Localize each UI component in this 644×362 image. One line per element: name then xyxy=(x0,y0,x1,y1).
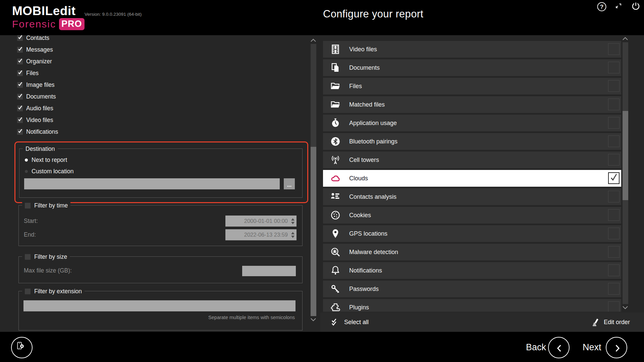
list-item[interactable]: Passwords xyxy=(323,281,621,297)
radio-unselected-icon[interactable] xyxy=(25,170,28,173)
back-label[interactable]: Back xyxy=(516,342,546,353)
filter-size-group: Filter by size Max file size (GB): xyxy=(18,256,303,283)
list-item[interactable]: Video files xyxy=(323,41,621,58)
film-icon xyxy=(330,44,341,55)
right-scrollbar-track[interactable] xyxy=(623,42,628,304)
category-label: Contacts xyxy=(26,35,49,42)
filter-size-checkbox[interactable] xyxy=(25,254,31,260)
checkbox-checked-icon[interactable] xyxy=(17,59,23,64)
back-button[interactable] xyxy=(548,337,570,358)
list-item[interactable]: Cookies xyxy=(323,207,621,224)
list-actions-bar: Select all Edit order xyxy=(320,312,644,332)
list-item[interactable]: Application usage xyxy=(323,115,621,131)
mobiledit-window: MOBILedit Forensic PRO Version: 9.0.0.23… xyxy=(0,0,644,362)
filter-extension-checkbox[interactable] xyxy=(25,289,31,294)
item-checkbox[interactable] xyxy=(608,99,620,110)
next-label[interactable]: Next xyxy=(583,342,601,353)
right-scrollbar[interactable] xyxy=(622,36,628,310)
category-item[interactable]: Documents xyxy=(17,91,58,103)
item-checkbox[interactable] xyxy=(608,246,620,258)
item-checkbox[interactable] xyxy=(608,154,620,166)
radio-custom-location[interactable]: Custom location xyxy=(25,167,73,176)
checkbox-checked-icon[interactable] xyxy=(17,106,23,111)
list-item[interactable]: GPS locations xyxy=(323,225,621,242)
list-item[interactable]: Files xyxy=(323,78,621,95)
checkbox-checked-icon[interactable] xyxy=(17,47,23,53)
list-item[interactable]: Documents xyxy=(323,59,621,76)
next-button[interactable] xyxy=(606,337,627,358)
category-list: ContactsMessagesOrganizerFilesImage file… xyxy=(17,35,58,138)
stopwatch-icon xyxy=(330,118,341,128)
item-checkbox[interactable] xyxy=(608,228,620,239)
item-checkbox[interactable] xyxy=(608,301,620,312)
start-datetime-input[interactable]: 2000-01-01 00:00 xyxy=(225,216,297,227)
spinner-arrows-icon[interactable] xyxy=(290,229,296,240)
list-item[interactable]: Malware detection xyxy=(323,244,621,260)
checkbox-checked-icon[interactable] xyxy=(17,82,23,88)
pro-badge: PRO xyxy=(59,18,85,30)
list-item[interactable]: Plugins xyxy=(323,299,621,312)
checkbox-checked-icon[interactable] xyxy=(17,129,23,135)
left-scrollbar-thumb[interactable] xyxy=(311,147,316,316)
power-icon[interactable] xyxy=(631,1,641,12)
checkbox-checked-icon[interactable] xyxy=(17,117,23,123)
browse-button[interactable]: ... xyxy=(284,178,295,189)
item-checkbox[interactable] xyxy=(608,117,620,129)
version-label: Version: 9.0.0.23091 (64-bit) xyxy=(85,12,142,17)
max-file-size-input[interactable] xyxy=(242,266,296,276)
list-item[interactable]: Cell towers xyxy=(323,152,621,168)
chevron-up-icon[interactable] xyxy=(310,38,316,43)
list-item-label: Cookies xyxy=(349,207,371,224)
category-label: Notifications xyxy=(26,128,58,135)
end-datetime-input[interactable]: 2022-06-13 23:59 xyxy=(225,229,297,240)
checkbox-checked-icon[interactable] xyxy=(17,94,23,100)
item-checkbox[interactable] xyxy=(608,172,620,184)
list-item[interactable]: Notifications xyxy=(323,262,621,279)
destination-group: Destination Next to report Custom locati… xyxy=(19,148,303,198)
right-scrollbar-thumb[interactable] xyxy=(623,111,628,200)
item-checkbox[interactable] xyxy=(608,43,620,55)
category-item[interactable]: Audio files xyxy=(17,103,58,114)
item-checkbox[interactable] xyxy=(608,264,620,276)
category-item[interactable]: Contacts xyxy=(17,35,58,44)
item-checkbox[interactable] xyxy=(608,80,620,92)
checkbox-checked-icon[interactable] xyxy=(17,70,23,76)
logo-forensic-text: Forensic xyxy=(12,18,56,30)
category-item[interactable]: Organizer xyxy=(17,56,58,67)
help-icon[interactable]: ? xyxy=(597,2,607,12)
add-phone-icon xyxy=(14,340,29,355)
category-item[interactable]: Video files xyxy=(17,114,58,126)
left-scrollbar[interactable] xyxy=(310,38,316,322)
chevron-up-icon[interactable] xyxy=(622,36,628,41)
radio-selected-icon[interactable] xyxy=(25,159,28,162)
checkbox-checked-icon[interactable] xyxy=(17,35,23,41)
spinner-arrows-icon[interactable] xyxy=(290,216,296,227)
left-scrollbar-track[interactable] xyxy=(311,44,316,316)
collapse-icon[interactable] xyxy=(614,2,623,11)
list-item-label: Cell towers xyxy=(349,152,379,168)
max-file-size-label: Max file size (GB): xyxy=(24,267,72,274)
list-item[interactable]: Clouds xyxy=(323,170,621,187)
category-item[interactable]: Image files xyxy=(17,79,58,91)
extension-input[interactable] xyxy=(23,300,296,311)
category-item[interactable]: Files xyxy=(17,67,58,79)
item-checkbox[interactable] xyxy=(608,62,620,73)
category-item[interactable]: Messages xyxy=(17,44,58,56)
custom-location-input[interactable] xyxy=(24,178,280,189)
radio-next-to-report[interactable]: Next to report xyxy=(25,156,67,164)
list-item[interactable]: Matched files xyxy=(323,96,621,113)
add-device-button[interactable] xyxy=(11,337,33,358)
edit-order-button[interactable]: Edit order xyxy=(591,312,630,332)
bluetooth-icon xyxy=(330,136,341,147)
chevron-down-icon[interactable] xyxy=(622,305,628,310)
item-checkbox[interactable] xyxy=(608,191,620,202)
item-checkbox[interactable] xyxy=(608,283,620,295)
chevron-down-icon[interactable] xyxy=(310,317,316,322)
list-item[interactable]: Contacts analysis xyxy=(323,188,621,205)
filter-time-checkbox[interactable] xyxy=(25,203,31,208)
item-checkbox[interactable] xyxy=(608,135,620,147)
select-all-button[interactable]: Select all xyxy=(330,312,369,332)
list-item[interactable]: Bluetooth pairings xyxy=(323,133,621,150)
item-checkbox[interactable] xyxy=(608,209,620,221)
category-item[interactable]: Notifications xyxy=(17,126,58,138)
